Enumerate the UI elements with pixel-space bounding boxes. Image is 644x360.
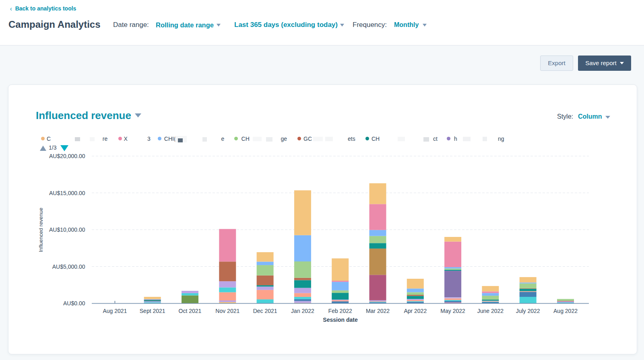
svg-text:June 2022: June 2022 <box>477 308 504 314</box>
svg-text:Dec 2021: Dec 2021 <box>253 308 277 314</box>
svg-text:AU$10,000.00: AU$10,000.00 <box>49 226 85 233</box>
svg-text:May 2022: May 2022 <box>440 308 465 314</box>
svg-text:Jan 2022: Jan 2022 <box>291 308 314 314</box>
svg-text:Aug 2022: Aug 2022 <box>553 308 578 314</box>
svg-text:Sept 2021: Sept 2021 <box>140 308 165 314</box>
svg-text:Oct 2021: Oct 2021 <box>179 308 202 314</box>
svg-text:AU$15,000.00: AU$15,000.00 <box>49 190 85 196</box>
svg-text:Apr 2022: Apr 2022 <box>404 308 427 314</box>
svg-text:AU$20,000.00: AU$20,000.00 <box>49 153 85 159</box>
svg-text:Influenced revenue: Influenced revenue <box>38 208 44 252</box>
svg-text:AU$5,000.00: AU$5,000.00 <box>52 263 85 270</box>
svg-text:AU$0.00: AU$0.00 <box>63 300 85 307</box>
svg-text:Aug 2021: Aug 2021 <box>103 308 127 314</box>
svg-text:Nov 2021: Nov 2021 <box>215 308 239 314</box>
svg-text:Mar 2022: Mar 2022 <box>366 308 390 314</box>
svg-text:Feb 2022: Feb 2022 <box>328 308 352 314</box>
svg-text:Session date: Session date <box>323 317 358 323</box>
svg-text:July 2022: July 2022 <box>516 308 540 314</box>
